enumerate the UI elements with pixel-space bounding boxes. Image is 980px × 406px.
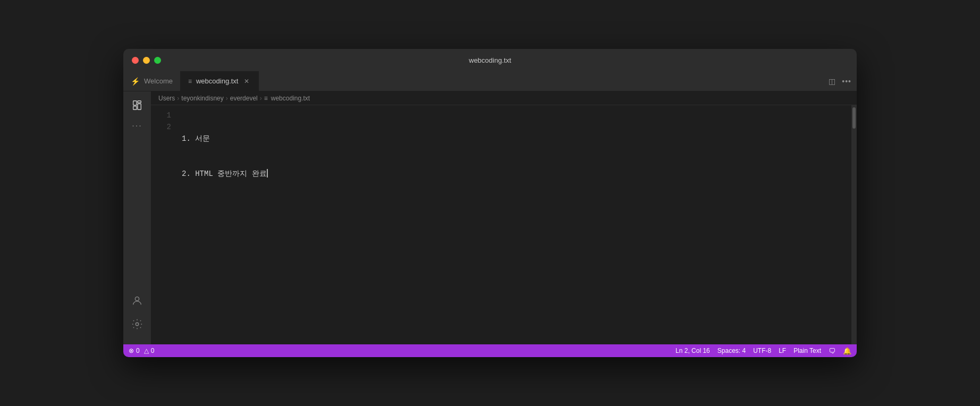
code-line-2: 2. HTML 중반까지 완료 (182, 168, 851, 180)
tabbar: ⚡ Welcome ≡ webcoding.txt ✕ ◫ ••• (123, 71, 857, 91)
code-area[interactable]: 1. 서문 2. HTML 중반까지 완료 (178, 105, 851, 344)
accounts-icon[interactable] (128, 291, 147, 310)
status-bell-icon[interactable]: 🔔 (843, 347, 851, 355)
main-area: ··· Use (123, 91, 857, 344)
status-feedback-icon[interactable]: 🗨 (829, 347, 835, 355)
sep2: › (226, 95, 228, 102)
file-icon: ≡ (188, 78, 192, 85)
minimize-button[interactable] (143, 57, 150, 64)
scrollbar-thumb[interactable] (852, 107, 856, 129)
error-icon: ⊗ (129, 347, 134, 354)
svg-point-4 (135, 297, 139, 301)
svg-rect-2 (138, 101, 141, 103)
tab-webcoding[interactable]: ≡ webcoding.txt ✕ (181, 71, 259, 91)
status-encoding[interactable]: UTF-8 (753, 347, 771, 354)
status-spaces[interactable]: Spaces: 4 (717, 347, 746, 354)
titlebar: webcoding.txt (123, 49, 857, 71)
window-controls (132, 57, 161, 64)
editor-area: Users › teyonkindisney › everdevel › ≡ w… (151, 91, 857, 344)
warning-icon: △ (144, 347, 149, 354)
tab-webcoding-label: webcoding.txt (196, 77, 239, 85)
activity-bottom (128, 291, 147, 340)
breadcrumb-users[interactable]: Users (158, 95, 175, 102)
svg-rect-3 (138, 104, 141, 109)
more-actions-button[interactable]: ••• (842, 77, 851, 86)
editor-content: 1 2 1. 서문 2. HTML 중반까지 완료 (151, 105, 857, 344)
status-errors[interactable]: ⊗ 0 △ 0 (129, 347, 154, 354)
more-dots[interactable]: ··· (132, 121, 142, 131)
statusbar: ⊗ 0 △ 0 Ln 2, Col 16 Spaces: 4 UTF-8 LF … (123, 344, 857, 357)
line-number-1: 1 (151, 109, 171, 121)
vscode-window: webcoding.txt ⚡ Welcome ≡ webcoding.txt … (123, 49, 857, 357)
maximize-button[interactable] (154, 57, 161, 64)
explorer-icon[interactable] (128, 96, 147, 115)
vertical-scrollbar[interactable] (851, 105, 857, 344)
sep3: › (260, 95, 262, 102)
tabbar-spacer (259, 71, 823, 91)
window-title: webcoding.txt (469, 56, 511, 64)
status-eol[interactable]: LF (779, 347, 786, 354)
vscode-icon: ⚡ (131, 77, 140, 86)
sep1: › (177, 95, 179, 102)
code-line-1: 1. 서문 (182, 133, 851, 145)
settings-icon[interactable] (128, 315, 147, 334)
status-line-col[interactable]: Ln 2, Col 16 (675, 347, 710, 354)
warning-count: 0 (151, 347, 155, 354)
activitybar: ··· (123, 91, 151, 344)
breadcrumb: Users › teyonkindisney › everdevel › ≡ w… (151, 91, 857, 105)
svg-rect-0 (133, 101, 137, 105)
tab-welcome-label: Welcome (144, 77, 173, 85)
tab-welcome[interactable]: ⚡ Welcome (123, 71, 181, 91)
breadcrumb-file-icon: ≡ (264, 95, 268, 102)
breadcrumb-filename[interactable]: webcoding.txt (271, 95, 310, 102)
status-left: ⊗ 0 △ 0 (129, 347, 154, 354)
svg-point-5 (136, 323, 139, 326)
split-editor-button[interactable]: ◫ (829, 77, 835, 86)
breadcrumb-everdevel[interactable]: everdevel (230, 95, 258, 102)
text-cursor (267, 169, 268, 177)
tab-close-button[interactable]: ✕ (242, 77, 251, 86)
error-count: 0 (136, 347, 140, 354)
tabbar-actions: ◫ ••• (823, 71, 857, 91)
close-button[interactable] (132, 57, 139, 64)
svg-rect-1 (133, 106, 137, 109)
status-right: Ln 2, Col 16 Spaces: 4 UTF-8 LF Plain Te… (675, 347, 851, 355)
breadcrumb-teyonkindisney[interactable]: teyonkindisney (181, 95, 223, 102)
status-language[interactable]: Plain Text (793, 347, 821, 354)
line-number-2: 2 (151, 121, 171, 133)
line-numbers: 1 2 (151, 105, 178, 344)
